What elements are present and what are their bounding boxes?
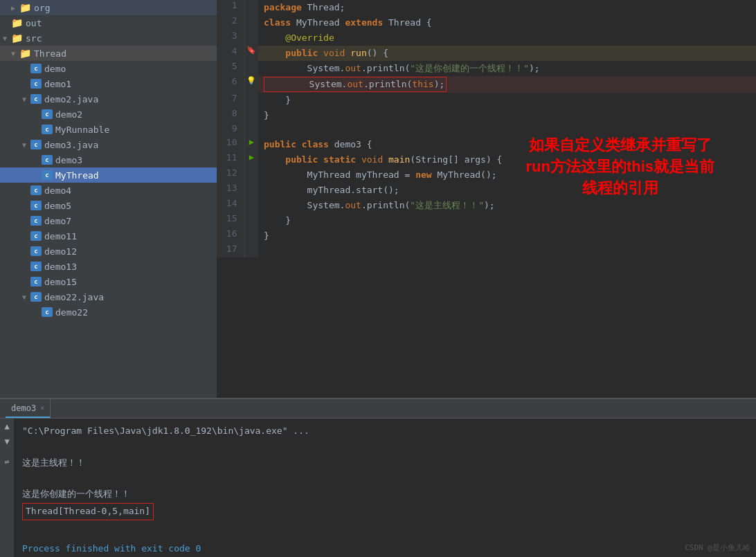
line-gutter — [244, 167, 258, 183]
sidebar-item-MyThread[interactable]: c MyThread — [0, 167, 217, 183]
run-icon[interactable]: ▶ — [249, 137, 254, 147]
line-number: 14 — [217, 198, 244, 213]
line-code — [258, 123, 756, 137]
line-gutter — [244, 61, 258, 76]
wrap-icon[interactable]: ⇌ — [5, 457, 10, 466]
line-number: 8 — [217, 108, 244, 123]
sidebar-item-label: src — [26, 33, 42, 44]
output-line-highlighted: Thread[Thread-0,5,main] — [22, 503, 748, 520]
sidebar-item-src[interactable]: ▼ 📁 src — [0, 30, 217, 46]
sidebar-item-demo12[interactable]: c demo12 — [0, 244, 217, 259]
bottom-content: ▲ ▼ ⇌ "C:\Program Files\Java\jdk1.8.0_19… — [0, 419, 756, 557]
line-code: } — [258, 228, 756, 244]
line-code — [258, 244, 756, 257]
line-code: } — [258, 108, 756, 123]
sidebar-item-label: demo7 — [44, 216, 71, 226]
line-code: System.out.println("这是主线程！！"); — [258, 198, 756, 213]
sidebar-item-out[interactable]: 📁 out — [0, 15, 217, 30]
line-gutter — [244, 0, 258, 15]
scroll-down-icon[interactable]: ▼ — [4, 437, 9, 446]
line-gutter — [244, 15, 258, 30]
watermark: CSDN @是小鱼儿哈 — [685, 542, 750, 554]
line-number: 13 — [217, 183, 244, 198]
table-row: 8 } — [217, 108, 756, 123]
line-gutter — [244, 123, 258, 137]
table-row: 12 MyThread myThread = new MyThread(); — [217, 167, 756, 183]
sidebar-item-demo22[interactable]: c demo22 — [0, 304, 217, 320]
table-row: 3 @Override — [217, 30, 756, 46]
line-number: 16 — [217, 228, 244, 244]
table-row: 11 ▶ public static void main(String[] ar… — [217, 152, 756, 167]
bottom-tab-close[interactable]: × — [40, 404, 44, 412]
sidebar[interactable]: ▶ 📁 org 📁 out ▼ 📁 src ▼ 📁 Thread c demo — [0, 0, 217, 398]
bottom-tab-demo3[interactable]: demo3 × — [6, 399, 51, 418]
sidebar-item-demo1[interactable]: c demo1 — [0, 76, 217, 91]
cfile-icon: c — [30, 262, 42, 271]
sidebar-item-label: demo12 — [44, 246, 77, 257]
line-code: public static void main(String[] args) { — [258, 152, 756, 167]
sidebar-item-label: demo15 — [44, 277, 77, 287]
sidebar-item-demo13[interactable]: c demo13 — [0, 259, 217, 274]
sidebar-item-label: out — [26, 18, 42, 28]
table-row: 14 System.out.println("这是主线程！！"); — [217, 198, 756, 213]
sidebar-item-label: Thread — [34, 48, 66, 59]
sidebar-item-label: demo2.java — [44, 94, 98, 104]
main-area: ▶ 📁 org 📁 out ▼ 📁 src ▼ 📁 Thread c demo — [0, 0, 756, 398]
table-row: 13 myThread.start(); — [217, 183, 756, 198]
bulb-icon: 💡 — [246, 76, 256, 85]
line-number: 9 — [217, 123, 244, 137]
line-gutter: ▶ — [244, 152, 258, 167]
cfile-icon: c — [42, 155, 53, 165]
line-number: 15 — [217, 213, 244, 228]
arrow-icon: ▼ — [22, 95, 30, 103]
sidebar-item-demo22java[interactable]: ▼ c demo22.java — [0, 289, 217, 304]
line-gutter — [244, 244, 258, 257]
table-row: 1 package Thread; — [217, 0, 756, 15]
table-row: 5 System.out.println("这是你创建的一个线程！！"); — [217, 61, 756, 76]
output-line — [22, 522, 748, 536]
sidebar-item-MyRunnable[interactable]: c MyRunnable — [0, 122, 217, 137]
run-icon[interactable]: ▶ — [249, 152, 254, 162]
sidebar-item-org[interactable]: ▶ 📁 org — [0, 0, 217, 15]
folder-icon: 📁 — [19, 48, 31, 59]
table-row: 7 } — [217, 93, 756, 108]
line-gutter — [244, 198, 258, 213]
table-row: 10 ▶ public class demo3 { — [217, 137, 756, 152]
cfile-icon: c — [30, 231, 42, 241]
scroll-up-icon[interactable]: ▲ — [4, 421, 9, 431]
table-row: 9 — [217, 123, 756, 137]
sidebar-item-demo11[interactable]: c demo11 — [0, 228, 217, 244]
sidebar-item-demo3[interactable]: c demo3 — [0, 152, 217, 167]
arrow-icon: ▼ — [3, 35, 11, 42]
line-number: 1 — [217, 0, 244, 15]
bottom-tabs: demo3 × — [0, 399, 756, 419]
sidebar-item-demo2java[interactable]: ▼ c demo2.java — [0, 91, 217, 107]
line-code: public class demo3 { — [258, 137, 756, 152]
sidebar-item-demo4[interactable]: c demo4 — [0, 183, 217, 198]
sidebar-item-demo[interactable]: c demo — [0, 61, 217, 76]
sidebar-item-label: demo13 — [44, 262, 77, 272]
sidebar-item-demo15[interactable]: c demo15 — [0, 274, 217, 289]
code-table: 1 package Thread; 2 class MyThread exten… — [217, 0, 756, 257]
line-number: 12 — [217, 167, 244, 183]
sidebar-item-Thread[interactable]: ▼ 📁 Thread — [0, 46, 217, 61]
line-code: } — [258, 93, 756, 108]
cfile-icon: c — [30, 140, 42, 149]
line-number: 2 — [217, 15, 244, 30]
line-code: public void run() { — [258, 46, 756, 61]
cfile-icon: c — [30, 246, 42, 256]
sidebar-item-label: demo — [44, 64, 66, 74]
sidebar-item-label: demo4 — [44, 185, 71, 196]
output-line-chinese1: 这是主线程！！ — [22, 456, 748, 471]
line-gutter: 🔖 — [244, 46, 258, 61]
sidebar-item-demo5[interactable]: c demo5 — [0, 198, 217, 213]
line-code: package Thread; — [258, 0, 756, 15]
arrow-icon: ▶ — [11, 4, 19, 12]
line-code: System.out.println("这是你创建的一个线程！！"); — [258, 61, 756, 76]
code-editor[interactable]: 1 package Thread; 2 class MyThread exten… — [217, 0, 756, 398]
line-gutter — [244, 183, 258, 198]
sidebar-item-demo7[interactable]: c demo7 — [0, 213, 217, 228]
arrow-icon: ▼ — [22, 293, 30, 301]
sidebar-item-demo3java[interactable]: ▼ c demo3.java — [0, 137, 217, 152]
sidebar-item-demo2[interactable]: c demo2 — [0, 107, 217, 122]
